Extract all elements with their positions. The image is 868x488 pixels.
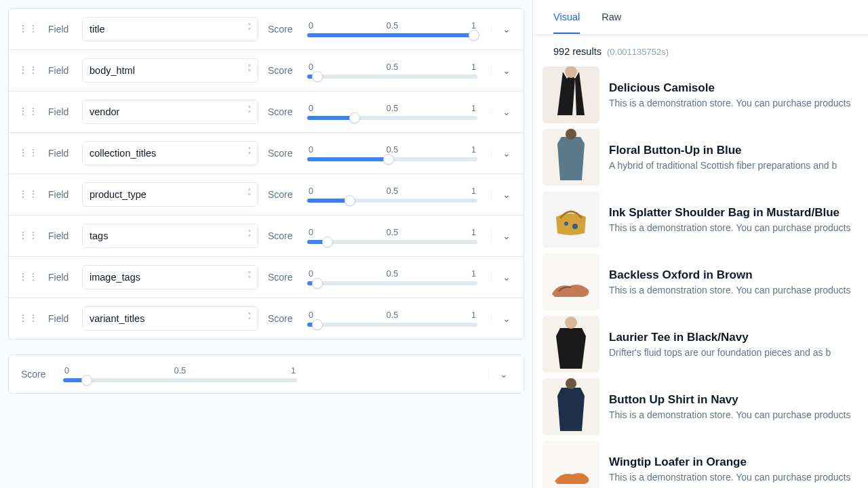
tick-min: 0 — [309, 269, 313, 279]
result-thumbnail — [542, 316, 599, 373]
field-row: ⋮⋮ Field image_tags ˄˅ Score 0 0.5 1 ⌄ — [8, 257, 524, 298]
tick-max: 1 — [471, 21, 476, 30]
field-score-slider[interactable]: 0 0.5 1 — [307, 186, 477, 203]
field-row: ⋮⋮ Field body_html ˄˅ Score 0 0.5 1 ⌄ — [8, 50, 524, 92]
results-count: 992 results — [553, 46, 601, 57]
field-select[interactable]: product_type — [82, 182, 258, 207]
field-select[interactable]: vendor — [82, 100, 258, 124]
tick-min: 0 — [309, 104, 313, 113]
chevron-down-icon[interactable]: ⌄ — [502, 189, 511, 200]
result-description: This is a demonstration store. You can p… — [609, 98, 859, 108]
result-item[interactable]: Backless Oxford in Brown This is a demon… — [542, 253, 859, 310]
field-score-slider[interactable]: 0 0.5 1 — [307, 104, 477, 120]
svg-point-9 — [565, 317, 577, 329]
field-score-slider[interactable]: 0 0.5 1 — [307, 310, 477, 327]
tick-min: 0 — [309, 228, 313, 237]
drag-handle-icon[interactable]: ⋮⋮ — [18, 232, 39, 239]
tab-visual[interactable]: Visual — [553, 1, 580, 34]
score-label: Score — [268, 272, 298, 283]
tick-mid: 0.5 — [387, 269, 398, 279]
score-label: Score — [268, 313, 298, 324]
chevron-down-icon[interactable]: ⌄ — [502, 24, 511, 35]
tick-max: 1 — [471, 62, 476, 72]
field-select[interactable]: image_tags — [82, 265, 258, 289]
tick-min: 0 — [309, 310, 313, 320]
field-label: Field — [48, 189, 73, 200]
overall-score-card: Score 0 0.5 1 ⌄ — [8, 354, 524, 394]
field-label: Field — [48, 272, 73, 283]
drag-handle-icon[interactable]: ⋮⋮ — [18, 67, 39, 74]
chevron-down-icon[interactable]: ⌄ — [502, 65, 511, 76]
tick-max: 1 — [291, 366, 296, 375]
field-select[interactable]: title — [82, 17, 258, 41]
field-select[interactable]: variant_titles — [82, 306, 258, 331]
field-score-slider[interactable]: 0 0.5 1 — [307, 145, 477, 161]
field-select[interactable]: collection_titles — [82, 141, 258, 165]
tick-max: 1 — [471, 104, 476, 113]
tab-raw[interactable]: Raw — [601, 1, 621, 34]
chevron-down-icon[interactable]: ⌄ — [502, 272, 511, 283]
tick-min: 0 — [309, 145, 313, 155]
result-title: Floral Button-Up in Blue — [609, 144, 859, 157]
tick-min: 0 — [309, 62, 313, 72]
tick-min: 0 — [309, 186, 313, 196]
results-time: (0.001135752s) — [607, 47, 669, 57]
result-title: Button Up Shirt in Navy — [609, 393, 859, 407]
chevron-down-icon[interactable]: ⌄ — [502, 106, 511, 117]
result-item[interactable]: Laurier Tee in Black/Navy Drifter's flui… — [542, 316, 859, 373]
field-row: ⋮⋮ Field variant_titles ˄˅ Score 0 0.5 1 — [8, 298, 524, 340]
results-header: 992 results (0.001135752s) — [533, 35, 868, 66]
tick-max: 1 — [471, 269, 476, 279]
result-description: This is a demonstration store. You can p… — [609, 222, 859, 233]
result-item[interactable]: Button Up Shirt in Navy This is a demons… — [542, 378, 859, 435]
chevron-down-icon[interactable]: ⌄ — [500, 369, 508, 380]
tabs: Visual Raw — [533, 0, 868, 35]
result-title: Ink Splatter Shoulder Bag in Mustard/Blu… — [609, 206, 859, 220]
score-label: Score — [268, 189, 298, 200]
result-title: Delicious Camisole — [609, 81, 859, 95]
field-select[interactable]: body_html — [82, 58, 258, 83]
result-description: A hybrid of traditional Scottish fiber p… — [609, 160, 859, 171]
score-label: Score — [268, 230, 298, 241]
svg-point-3 — [566, 129, 576, 140]
tick-max: 1 — [471, 145, 476, 155]
result-thumbnail — [542, 441, 599, 488]
result-thumbnail — [542, 129, 599, 186]
result-description: This is a demonstration store. You can p… — [609, 285, 859, 296]
field-score-slider[interactable]: 0 0.5 1 — [307, 228, 477, 244]
overall-score-slider[interactable]: 0 0.5 1 — [63, 366, 297, 382]
drag-handle-icon[interactable]: ⋮⋮ — [18, 191, 39, 198]
field-row: ⋮⋮ Field title ˄˅ Score 0 0.5 1 ⌄ — [8, 8, 524, 50]
result-thumbnail — [542, 378, 599, 435]
result-item[interactable]: Floral Button-Up in Blue A hybrid of tra… — [542, 129, 859, 186]
result-item[interactable]: Wingtip Loafer in Orange This is a demon… — [542, 441, 859, 488]
drag-handle-icon[interactable]: ⋮⋮ — [18, 274, 39, 281]
tick-mid: 0.5 — [387, 186, 398, 196]
drag-handle-icon[interactable]: ⋮⋮ — [18, 150, 39, 157]
result-item[interactable]: Delicious Camisole This is a demonstrati… — [542, 66, 859, 123]
result-item[interactable]: Ink Splatter Shoulder Bag in Mustard/Blu… — [542, 191, 859, 248]
field-row: ⋮⋮ Field tags ˄˅ Score 0 0.5 1 ⌄ — [8, 216, 524, 257]
field-score-slider[interactable]: 0 0.5 1 — [307, 62, 477, 79]
svg-point-5 — [564, 222, 568, 226]
field-select[interactable]: tags — [82, 224, 258, 248]
chevron-down-icon[interactable]: ⌄ — [502, 230, 511, 241]
drag-handle-icon[interactable]: ⋮⋮ — [18, 108, 39, 115]
fields-panel: ⋮⋮ Field title ˄˅ Score 0 0.5 1 ⌄ — [0, 0, 532, 488]
field-score-slider[interactable]: 0 0.5 1 — [307, 21, 477, 37]
svg-point-11 — [566, 378, 576, 389]
chevron-down-icon[interactable]: ⌄ — [502, 148, 511, 159]
field-label: Field — [48, 24, 73, 35]
field-label: Field — [48, 230, 73, 241]
svg-rect-7 — [542, 253, 599, 310]
svg-point-6 — [572, 224, 578, 229]
field-score-slider[interactable]: 0 0.5 1 — [307, 269, 477, 285]
drag-handle-icon[interactable]: ⋮⋮ — [18, 315, 39, 322]
result-description: This is a demonstration store. You can p… — [609, 409, 859, 420]
tick-mid: 0.5 — [387, 228, 398, 237]
drag-handle-icon[interactable]: ⋮⋮ — [18, 26, 39, 33]
field-label: Field — [48, 65, 73, 76]
tick-min: 0 — [64, 366, 69, 375]
chevron-down-icon[interactable]: ⌄ — [502, 313, 511, 324]
result-thumbnail — [542, 253, 599, 310]
